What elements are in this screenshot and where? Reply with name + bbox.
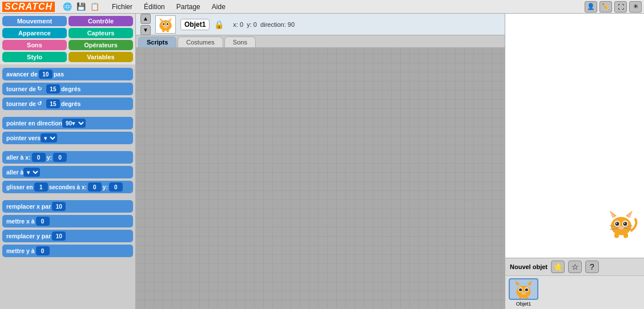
svg-rect-40 bbox=[525, 297, 528, 300]
sprite-header: ▲ ▼ bbox=[136, 14, 505, 35]
tab-scripts[interactable]: Scripts bbox=[138, 36, 176, 47]
block-aller-a-dropdown[interactable]: ▾ bbox=[23, 168, 40, 177]
block-glisser-x[interactable] bbox=[88, 182, 102, 192]
rotate-right-icon: ↻ bbox=[37, 86, 44, 92]
svg-point-10 bbox=[164, 26, 168, 28]
block-pointer-vers-dropdown[interactable]: ▾ bbox=[41, 133, 57, 143]
block-remplacer-y-value[interactable] bbox=[52, 231, 66, 241]
cat-stylo[interactable]: Stylo bbox=[2, 52, 67, 62]
new-sprite-bar: Nouvel objet ⭐ ☆ ? bbox=[505, 258, 644, 276]
cat-sons[interactable]: Sons bbox=[2, 40, 67, 50]
cat-variables[interactable]: Variables bbox=[69, 52, 133, 62]
new-sprite-help-btn[interactable]: ? bbox=[585, 261, 599, 273]
toolbar-icons: 🌐 💾 📋 bbox=[62, 2, 100, 12]
cat-capteurs[interactable]: Capteurs bbox=[69, 28, 133, 38]
right-icons: 👤 ✏️ ⛶ ✳ bbox=[585, 1, 642, 13]
blocks-list: avancer de pas tourner de ↻ degrés tourn… bbox=[0, 64, 135, 309]
sprite-cat-thumb-icon bbox=[510, 278, 537, 300]
block-mettre-y-label: mettre y à bbox=[6, 247, 35, 254]
menu-partage[interactable]: Partage bbox=[174, 2, 203, 12]
sprite-name-input[interactable]: Objet1 bbox=[180, 19, 210, 30]
block-tourner-droite-suffix: degrés bbox=[61, 86, 80, 92]
tab-costumes[interactable]: Costumes bbox=[178, 36, 223, 47]
svg-point-8 bbox=[163, 23, 164, 25]
menubar: SCRATCH 🌐 💾 📋 Fichier Édition Partage Ai… bbox=[0, 0, 644, 14]
block-glisser-mid: secondes à x: bbox=[49, 184, 87, 190]
new-sprite-star-btn[interactable]: ☆ bbox=[568, 261, 582, 273]
main-layout: Mouvement Contrôle Apparence Capteurs So… bbox=[0, 14, 644, 309]
cat-operateurs[interactable]: Opérateurs bbox=[69, 40, 133, 50]
block-remplacer-y[interactable]: remplacer y par bbox=[2, 230, 133, 242]
svg-point-21 bbox=[623, 222, 627, 226]
block-pointer-vers[interactable]: pointer vers ▾ bbox=[2, 132, 133, 144]
svg-point-31 bbox=[517, 286, 531, 298]
block-glisser[interactable]: glisser en secondes à x: y: bbox=[2, 181, 133, 193]
svg-point-38 bbox=[521, 292, 525, 294]
menu-fichier[interactable]: Fichier bbox=[110, 2, 135, 12]
block-mettre-y[interactable]: mettre y à bbox=[2, 245, 133, 257]
menu-aide[interactable]: Aide bbox=[210, 2, 228, 12]
block-mettre-x[interactable]: mettre x à bbox=[2, 215, 133, 227]
cat-controle[interactable]: Contrôle bbox=[69, 16, 133, 26]
menu-items: Fichier Édition Partage Aide bbox=[110, 2, 228, 12]
block-avancer-label: avancer de bbox=[6, 71, 38, 78]
rotate-left-icon: ↺ bbox=[37, 100, 44, 107]
block-tourner-gauche[interactable]: tourner de ↺ degrés bbox=[2, 97, 133, 110]
tab-sons[interactable]: Sons bbox=[224, 36, 256, 47]
sprite-cat-icon bbox=[156, 16, 175, 33]
cat-mouvement[interactable]: Mouvement bbox=[2, 16, 67, 26]
sidebar: Mouvement Contrôle Apparence Capteurs So… bbox=[0, 14, 136, 309]
new-sprite-label: Nouvel objet bbox=[510, 263, 548, 270]
block-pointer-direction[interactable]: pointer en direction 90▾ 0 -90 180 bbox=[2, 117, 133, 129]
save-icon[interactable]: 💾 bbox=[75, 2, 87, 12]
fullscreen-icon[interactable]: ⛶ bbox=[614, 1, 627, 13]
block-pointer-direction-dropdown[interactable]: 90▾ 0 -90 180 bbox=[62, 119, 86, 128]
block-glisser-secs[interactable] bbox=[34, 182, 48, 192]
block-mettre-y-value[interactable] bbox=[36, 246, 50, 255]
edit-icon[interactable]: ✏️ bbox=[599, 1, 612, 13]
svg-point-23 bbox=[624, 223, 625, 224]
block-aller-xy[interactable]: aller à x: y: bbox=[2, 151, 133, 164]
stage-panel: Nouvel objet ⭐ ☆ ? bbox=[505, 14, 644, 309]
script-tabs: Scripts Costumes Sons bbox=[136, 35, 505, 48]
block-remplacer-x-value[interactable] bbox=[52, 202, 66, 211]
new-sprite-paint-btn[interactable]: ⭐ bbox=[551, 261, 565, 273]
svg-point-24 bbox=[618, 226, 624, 230]
block-aller-xy-x[interactable] bbox=[32, 153, 46, 162]
app-logo: SCRATCH bbox=[2, 2, 55, 12]
center-panel: ▲ ▼ bbox=[136, 14, 505, 309]
block-aller-a[interactable]: aller à ▾ bbox=[2, 166, 133, 178]
nav-down-btn[interactable]: ▼ bbox=[140, 25, 151, 35]
sprites-row: Objet1 bbox=[505, 276, 644, 309]
block-aller-xy-y[interactable] bbox=[53, 153, 67, 162]
block-tourner-droite-value[interactable] bbox=[46, 84, 60, 93]
block-glisser-y[interactable] bbox=[109, 182, 123, 192]
block-remplacer-x[interactable]: remplacer x par bbox=[2, 200, 133, 213]
block-avancer[interactable]: avancer de pas bbox=[2, 68, 133, 80]
user-icon[interactable]: 👤 bbox=[585, 1, 597, 13]
turbo-icon[interactable]: ✳ bbox=[629, 1, 642, 13]
svg-rect-11 bbox=[162, 29, 164, 32]
copy-icon[interactable]: 📋 bbox=[89, 2, 100, 12]
block-tourner-gauche-suffix: degrés bbox=[61, 100, 80, 107]
block-tourner-gauche-label: tourner de bbox=[6, 100, 36, 107]
sprite-thumb-item-objet1[interactable]: Objet1 bbox=[508, 278, 540, 307]
svg-point-9 bbox=[167, 23, 168, 25]
svg-rect-30 bbox=[623, 233, 628, 238]
menu-edition[interactable]: Édition bbox=[142, 2, 167, 12]
block-tourner-gauche-value[interactable] bbox=[46, 99, 60, 108]
svg-rect-39 bbox=[519, 297, 522, 300]
block-tourner-droite[interactable]: tourner de ↻ degrés bbox=[2, 83, 133, 95]
svg-marker-33 bbox=[527, 280, 532, 286]
block-mettre-x-value[interactable] bbox=[36, 217, 50, 226]
block-pointer-direction-label: pointer en direction bbox=[6, 120, 62, 127]
script-area[interactable] bbox=[136, 48, 505, 309]
block-avancer-value[interactable] bbox=[39, 70, 53, 79]
block-pointer-vers-label: pointer vers bbox=[6, 135, 41, 141]
block-glisser-label: glisser en bbox=[6, 184, 33, 190]
sprite-thumbnail bbox=[155, 15, 176, 34]
category-buttons: Mouvement Contrôle Apparence Capteurs So… bbox=[0, 14, 135, 64]
cat-apparence[interactable]: Apparence bbox=[2, 28, 67, 38]
globe-icon[interactable]: 🌐 bbox=[62, 2, 73, 12]
nav-up-btn[interactable]: ▲ bbox=[140, 14, 151, 24]
